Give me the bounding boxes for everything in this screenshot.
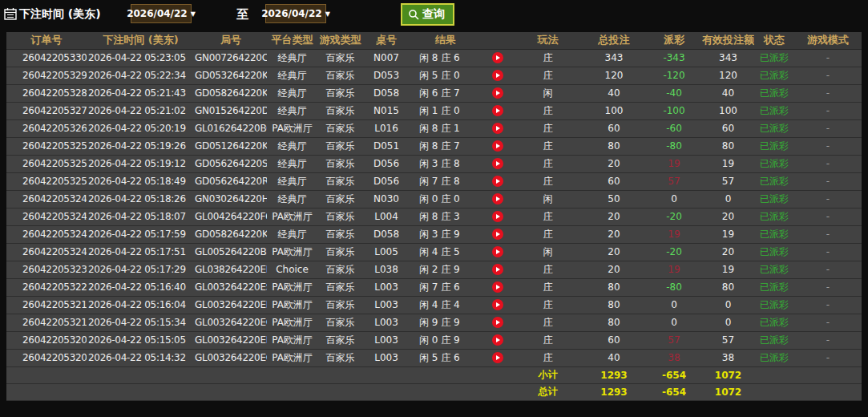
table-row: 2604220533017332026-04-22 05:23:05GN0072… — [6, 49, 862, 67]
replay-play-icon[interactable] — [492, 158, 503, 169]
col-header-valid-bet: 有效投注额 — [702, 32, 754, 49]
date-to-select[interactable]: 2026/04/22 ▼ — [265, 4, 326, 23]
cell-valid-bet: 57 — [702, 331, 754, 349]
cell-game-mode: - — [794, 243, 862, 261]
replay-play-icon[interactable] — [492, 105, 503, 116]
cell-valid-bet: 20 — [702, 243, 754, 261]
replay-play-icon[interactable] — [492, 70, 503, 81]
cell-order: 260422053213304 — [6, 314, 87, 331]
cell-order: 260422053285666 — [6, 84, 87, 102]
replay-play-icon[interactable] — [492, 281, 503, 293]
cell-valid-bet: 20 — [702, 208, 754, 225]
play-triangle — [496, 355, 500, 360]
cell-payout: -80 — [646, 137, 702, 155]
play-triangle — [496, 126, 500, 131]
replay-play-icon[interactable] — [492, 264, 503, 275]
date-from-select[interactable]: 2026/04/22 ▼ — [131, 4, 192, 23]
replay-play-icon[interactable] — [492, 334, 503, 346]
replay-play-icon[interactable] — [492, 87, 503, 99]
totals-valid-bet: 1072 — [702, 366, 754, 383]
cell-status: 已派彩 — [754, 172, 794, 190]
cell-game-type: 百家乐 — [317, 296, 363, 314]
totals-total-bet: 1293 — [582, 366, 646, 383]
cell-game-mode: - — [794, 314, 862, 331]
cell-game-type: 百家乐 — [317, 278, 363, 296]
search-button[interactable]: 查询 — [401, 3, 454, 26]
cell-valid-bet: 19 — [702, 225, 754, 243]
cell-play — [482, 155, 514, 172]
replay-play-icon[interactable] — [492, 140, 503, 152]
date-range-to-label: 至 — [236, 7, 248, 22]
cell-payout: -60 — [646, 119, 702, 137]
totals-label: 小计 — [514, 366, 582, 383]
replay-play-icon[interactable] — [492, 123, 503, 134]
replay-play-icon[interactable] — [492, 52, 503, 63]
cell-game-mode: - — [794, 67, 862, 84]
col-header-platform: 平台类型 — [267, 32, 317, 49]
table-row: 2604220532261512026-04-22 05:16:40GL0032… — [6, 278, 862, 296]
search-icon — [408, 9, 420, 21]
play-triangle — [496, 302, 500, 307]
replay-play-icon[interactable] — [492, 176, 503, 187]
cell-game-type: 百家乐 — [317, 208, 363, 225]
cell-valid-bet: 80 — [702, 137, 754, 155]
cell-game-type: 百家乐 — [317, 261, 363, 278]
cell-time: 2026-04-22 05:17:59 — [87, 225, 195, 243]
cell-table-no: L003 — [363, 278, 410, 296]
cell-table-no: L003 — [363, 331, 410, 349]
cell-time: 2026-04-22 05:23:05 — [87, 49, 195, 67]
cell-order: 260422053240168 — [6, 243, 87, 261]
cell-platform: PA欧洲厅 — [267, 349, 317, 366]
cell-order: 260422053218539 — [6, 296, 87, 314]
replay-play-icon[interactable] — [492, 193, 503, 204]
date-to-value: 2026/04/22 — [261, 8, 322, 19]
replay-play-icon[interactable] — [492, 211, 503, 222]
cell-status: 已派彩 — [754, 155, 794, 172]
cell-play — [482, 296, 514, 314]
cell-table-no: D053 — [363, 67, 410, 84]
play-triangle — [496, 91, 500, 95]
cell-game-mode: - — [794, 278, 862, 296]
cell-payout: -20 — [646, 208, 702, 225]
cell-order: 260422053277694 — [6, 102, 87, 119]
filter-toolbar: 下注时间 (美东) 2026/04/22 ▼ 至 2026/04/22 ▼ 查询 — [0, 0, 868, 32]
totals-spacer — [754, 383, 862, 400]
cell-time: 2026-04-22 05:17:51 — [87, 243, 195, 261]
cell-play — [482, 190, 514, 208]
table-row: 2604220532133042026-04-22 05:15:34GL0032… — [6, 314, 862, 331]
cell-round: GD056264220S0 — [195, 155, 267, 172]
replay-play-icon[interactable] — [492, 352, 503, 363]
cell-payout: 57 — [646, 331, 702, 349]
totals-spacer — [6, 383, 514, 400]
cell-play-type: 庄 — [514, 225, 582, 243]
cell-platform: PA欧洲厅 — [267, 208, 317, 225]
cell-game-type: 百家乐 — [317, 155, 363, 172]
cell-platform: 经典厅 — [267, 84, 317, 102]
cell-time: 2026-04-22 05:18:07 — [87, 208, 195, 225]
replay-play-icon[interactable] — [492, 229, 503, 240]
cell-platform: PA欧洲厅 — [267, 331, 317, 349]
cell-status: 已派彩 — [754, 49, 794, 67]
cell-time: 2026-04-22 05:19:26 — [87, 137, 195, 155]
cell-status: 已派彩 — [754, 296, 794, 314]
cell-table-no: L038 — [363, 261, 410, 278]
cell-time: 2026-04-22 05:16:04 — [87, 296, 195, 314]
replay-play-icon[interactable] — [492, 317, 503, 328]
cell-total-bet: 40 — [582, 84, 646, 102]
cell-total-bet: 120 — [582, 67, 646, 84]
date-from-value: 2026/04/22 — [127, 8, 188, 19]
cell-result: 闲 1 庄 0 — [410, 102, 482, 119]
cell-total-bet: 100 — [582, 102, 646, 119]
cell-time: 2026-04-22 05:17:29 — [87, 261, 195, 278]
cell-round: GL003264220ES — [195, 278, 267, 296]
play-triangle — [496, 267, 500, 272]
cell-total-bet: 20 — [582, 243, 646, 261]
cell-result: 闲 5 庄 0 — [410, 67, 482, 84]
cell-valid-bet: 57 — [702, 172, 754, 190]
cell-play-type: 庄 — [514, 296, 582, 314]
cell-payout: 0 — [646, 314, 702, 331]
cell-time: 2026-04-22 05:22:34 — [87, 67, 195, 84]
replay-play-icon[interactable] — [492, 299, 503, 310]
cell-time: 2026-04-22 05:18:26 — [87, 190, 195, 208]
replay-play-icon[interactable] — [492, 246, 503, 257]
